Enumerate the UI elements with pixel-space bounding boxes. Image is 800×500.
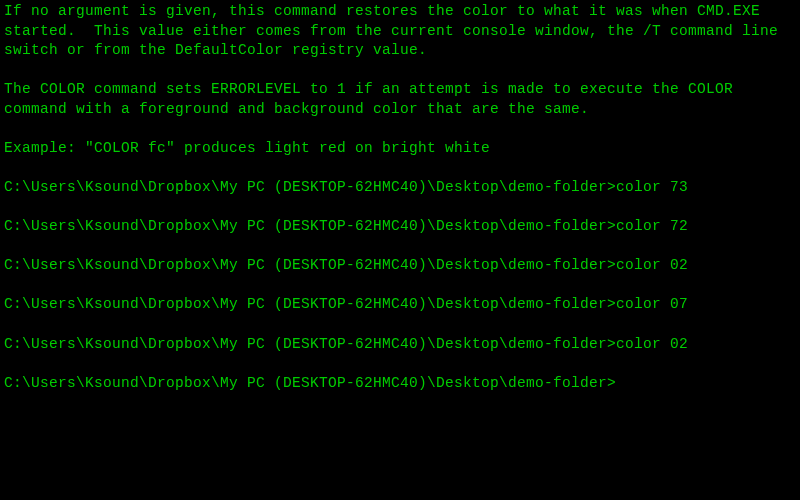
blank-line bbox=[4, 61, 796, 81]
prompt: C:\Users\Ksound\Dropbox\My PC (DESKTOP-6… bbox=[4, 336, 616, 352]
prompt: C:\Users\Ksound\Dropbox\My PC (DESKTOP-6… bbox=[4, 296, 616, 312]
prompt: C:\Users\Ksound\Dropbox\My PC (DESKTOP-6… bbox=[4, 179, 616, 195]
command-text: color 02 bbox=[616, 257, 688, 273]
prompt: C:\Users\Ksound\Dropbox\My PC (DESKTOP-6… bbox=[4, 218, 616, 234]
prompt: C:\Users\Ksound\Dropbox\My PC (DESKTOP-6… bbox=[4, 257, 616, 273]
blank-line bbox=[4, 119, 796, 139]
prompt: C:\Users\Ksound\Dropbox\My PC (DESKTOP-6… bbox=[4, 375, 616, 391]
command-text: color 73 bbox=[616, 179, 688, 195]
history-line: C:\Users\Ksound\Dropbox\My PC (DESKTOP-6… bbox=[4, 295, 796, 315]
command-text: color 02 bbox=[616, 336, 688, 352]
help-paragraph-1: If no argument is given, this command re… bbox=[4, 2, 796, 61]
command-text: color 07 bbox=[616, 296, 688, 312]
history-line: C:\Users\Ksound\Dropbox\My PC (DESKTOP-6… bbox=[4, 256, 796, 276]
history-line: C:\Users\Ksound\Dropbox\My PC (DESKTOP-6… bbox=[4, 178, 796, 198]
current-prompt-line[interactable]: C:\Users\Ksound\Dropbox\My PC (DESKTOP-6… bbox=[4, 374, 796, 394]
history-line: C:\Users\Ksound\Dropbox\My PC (DESKTOP-6… bbox=[4, 217, 796, 237]
command-text: color 72 bbox=[616, 218, 688, 234]
help-example: Example: "COLOR fc" produces light red o… bbox=[4, 139, 796, 159]
history-line: C:\Users\Ksound\Dropbox\My PC (DESKTOP-6… bbox=[4, 335, 796, 355]
help-paragraph-2: The COLOR command sets ERRORLEVEL to 1 i… bbox=[4, 80, 796, 119]
